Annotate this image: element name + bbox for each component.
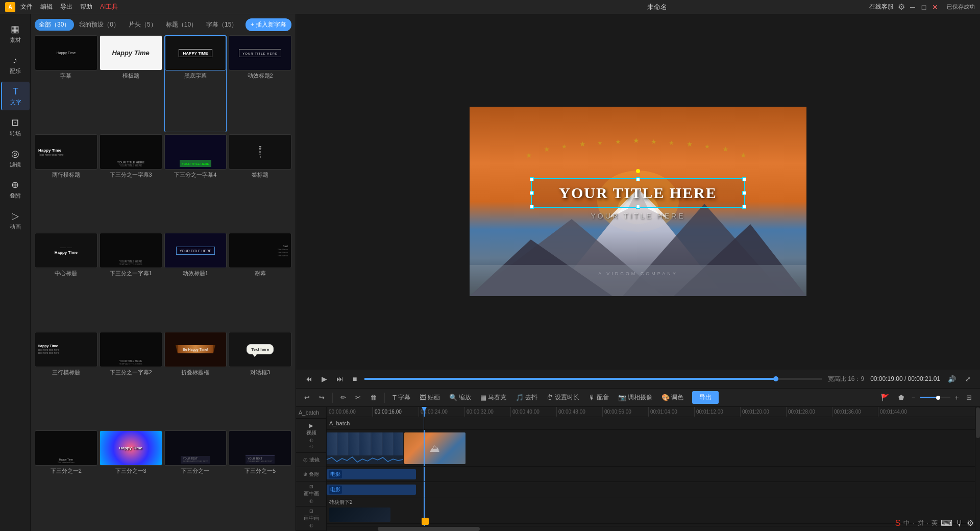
filter-clip[interactable]: 电影 bbox=[327, 469, 416, 479]
sidebar-item-overlay[interactable]: ⊕ 叠附 bbox=[1, 175, 30, 204]
export-button[interactable]: 导出 bbox=[692, 391, 719, 404]
insert-subtitle-button[interactable]: + 插入新字幕 bbox=[246, 18, 291, 31]
handle-bottom-left[interactable] bbox=[530, 205, 534, 209]
online-service[interactable]: 在线客服 bbox=[869, 3, 894, 11]
undo-button[interactable]: ↩ bbox=[301, 392, 313, 403]
lang-en[interactable]: 英 bbox=[932, 519, 938, 527]
menu-ai[interactable]: AI工具 bbox=[100, 3, 118, 11]
sidebar-item-music[interactable]: ♪ 配乐 bbox=[1, 51, 30, 79]
template-item-lower3sub3[interactable]: YOUR TITLE HERE YOUR TITLE HERE 下三分之一字幕3 bbox=[100, 134, 162, 231]
rewind-button[interactable]: ⏮ bbox=[304, 373, 314, 384]
forward-button[interactable]: ⏭ bbox=[335, 373, 345, 384]
template-item-dialog3[interactable]: Text here 对话框3 bbox=[229, 332, 291, 428]
handle-mid-left[interactable] bbox=[530, 191, 534, 195]
lang-pinyin[interactable]: 拼 bbox=[918, 519, 924, 527]
zoom-button[interactable]: 🔍缩放 bbox=[446, 392, 474, 403]
zoom-in-button[interactable]: ＋ bbox=[953, 393, 960, 402]
template-item-animtitle2[interactable]: YOUR TITLE HERE 动效标题2 bbox=[229, 35, 291, 132]
delete-button[interactable]: 🗑 bbox=[367, 392, 380, 403]
template-item-foldbanner[interactable]: Be Happy Time! 折叠标题框 bbox=[164, 332, 227, 428]
v-scrollbar[interactable] bbox=[975, 407, 980, 531]
playback-progress[interactable] bbox=[364, 378, 821, 380]
h-scrollbar[interactable] bbox=[327, 526, 975, 531]
template-item-lower3sub2[interactable]: YOUR TITLE HERE TEMPLATE TITLE HERE 下三分之… bbox=[100, 332, 162, 428]
sidebar-item-text[interactable]: T 文字 bbox=[1, 82, 30, 110]
tab-opening[interactable]: 片头（5） bbox=[125, 19, 161, 31]
title-selection-box[interactable]: YOUR TITLE HERE YOUR TITLE HERE bbox=[531, 178, 745, 220]
keyboard-icon[interactable]: ⌨ bbox=[941, 518, 952, 528]
zoom-slider-thumb[interactable] bbox=[936, 396, 940, 400]
handle-mid-right[interactable] bbox=[742, 191, 746, 195]
handle-bottom-right[interactable] bbox=[742, 205, 746, 209]
overlay-clip[interactable]: 电影 bbox=[327, 485, 416, 495]
fullscreen-button[interactable]: ⤢ bbox=[964, 374, 972, 384]
h-scroll-thumb[interactable] bbox=[378, 527, 480, 531]
zoom-slider[interactable] bbox=[920, 397, 950, 398]
template-item-colorful[interactable]: Happy Time 下三分之一3 bbox=[100, 430, 162, 527]
mosaic-button[interactable]: ▦马赛克 bbox=[477, 392, 509, 403]
template-item-centertitle[interactable]: ------ ----- Happy Time 中心标题 bbox=[35, 233, 97, 329]
template-item-animtitle1[interactable]: YOUR TITLE HERE 动效标题1 bbox=[164, 233, 227, 329]
sidebar-item-material[interactable]: ▦ 素材 bbox=[1, 19, 30, 48]
subtitle-tool-button[interactable]: T字幕 bbox=[389, 392, 413, 403]
template-item-tworow[interactable]: Happy Time Text here text here 两行模标题 bbox=[35, 134, 97, 231]
clip-waveform bbox=[327, 455, 403, 464]
stop-button[interactable]: ■ bbox=[351, 373, 358, 384]
flag-button[interactable]: 🚩 bbox=[878, 392, 892, 403]
template-item-splittext2[interactable]: YOUR TEXT PLEASE ADD YOUR TEXT 下三分之一5 bbox=[229, 430, 291, 527]
tab-all[interactable]: 全部（30） bbox=[35, 19, 74, 31]
sidebar-item-animation[interactable]: ▷ 动画 bbox=[1, 206, 30, 235]
template-item-lower3sub1[interactable]: YOUR TITLE HERE TEMPLATE TITLE HERE 下三分之… bbox=[100, 233, 162, 329]
color-button[interactable]: 🎨调色 bbox=[658, 392, 687, 403]
menu-export[interactable]: 导出 bbox=[60, 3, 72, 11]
tab-title[interactable]: 标题（10） bbox=[162, 19, 201, 31]
template-item-modelabel[interactable]: Happy Time 模板题 bbox=[100, 35, 162, 132]
redo-button[interactable]: ↪ bbox=[316, 392, 328, 403]
handle-top-left[interactable] bbox=[530, 177, 534, 181]
rotate-handle[interactable] bbox=[636, 169, 640, 173]
progress-handle[interactable] bbox=[773, 376, 778, 381]
sidebar-item-transition[interactable]: ⊡ 转场 bbox=[1, 113, 30, 141]
tab-preset[interactable]: 我的预设（0） bbox=[75, 19, 124, 31]
video-clip-1[interactable] bbox=[327, 432, 403, 464]
video-clip-2[interactable]: ⛰ bbox=[404, 432, 465, 464]
settings-icon[interactable]: ⚙ bbox=[898, 2, 905, 12]
noise-button[interactable]: 🎵去抖 bbox=[512, 392, 541, 403]
sidebar-item-filter[interactable]: ◎ 滤镜 bbox=[1, 144, 30, 173]
handle-top-right[interactable] bbox=[742, 177, 746, 181]
tab-subtitle[interactable]: 字幕（15） bbox=[202, 19, 241, 31]
fit-button[interactable]: ⊞ bbox=[963, 392, 975, 403]
menu-edit[interactable]: 编辑 bbox=[40, 3, 53, 11]
settings-bottom-icon[interactable]: ⚙ bbox=[967, 518, 974, 528]
camera-button[interactable]: 📷调相摄像 bbox=[615, 392, 655, 403]
template-item-blacksub[interactable]: Happy Time 黑底字幕 bbox=[164, 35, 227, 132]
pip-clip[interactable] bbox=[329, 508, 390, 522]
template-item-threerow[interactable]: Happy Time Text here text here Text here… bbox=[35, 332, 97, 428]
template-item-lower3sub4[interactable]: YOUR TITLE HERE 下三分之一字幕4 bbox=[164, 134, 227, 231]
volume-button[interactable]: 🔊 bbox=[946, 374, 958, 384]
voice-button[interactable]: 🎙配音 bbox=[585, 392, 612, 403]
close-button[interactable]: ✕ bbox=[932, 4, 939, 11]
minimize-button[interactable]: ─ bbox=[909, 4, 916, 11]
template-item-endcredit[interactable]: Cast Title: Name Title: Name Title: Name… bbox=[229, 233, 291, 329]
keyframe-button[interactable]: ⬟ bbox=[895, 392, 907, 403]
pen-button[interactable]: ✏ bbox=[337, 392, 349, 403]
lang-cn[interactable]: 中 bbox=[903, 519, 910, 527]
mic-icon[interactable]: 🎙 bbox=[955, 519, 964, 528]
play-button[interactable]: ▶ bbox=[320, 373, 329, 384]
restore-button[interactable]: □ bbox=[920, 4, 927, 11]
template-item-signtitle[interactable]: H a p p y 签标题 bbox=[229, 134, 291, 231]
transition-marker[interactable] bbox=[422, 518, 429, 525]
handle-top-mid[interactable] bbox=[636, 177, 640, 181]
duration-button[interactable]: ⏱设置时长 bbox=[544, 392, 582, 403]
template-item-subtitle[interactable]: Happy Time 字幕 bbox=[35, 35, 97, 132]
v-scroll-thumb[interactable] bbox=[976, 407, 980, 438]
cut-button[interactable]: ✂ bbox=[352, 392, 364, 403]
menu-help[interactable]: 帮助 bbox=[80, 3, 92, 11]
menu-file[interactable]: 文件 bbox=[20, 3, 33, 11]
sticker-button[interactable]: 🖼贴画 bbox=[416, 392, 443, 403]
zoom-out-button[interactable]: － bbox=[910, 393, 917, 402]
handle-bottom-mid[interactable] bbox=[636, 205, 640, 209]
template-item-splittext[interactable]: YOUR TEXT PLEASE ADD YOUR TEXT 下三分之一 bbox=[164, 430, 227, 527]
template-item-lower3text1[interactable]: Happy Time Text here text here 下三分之一2 bbox=[35, 430, 97, 527]
